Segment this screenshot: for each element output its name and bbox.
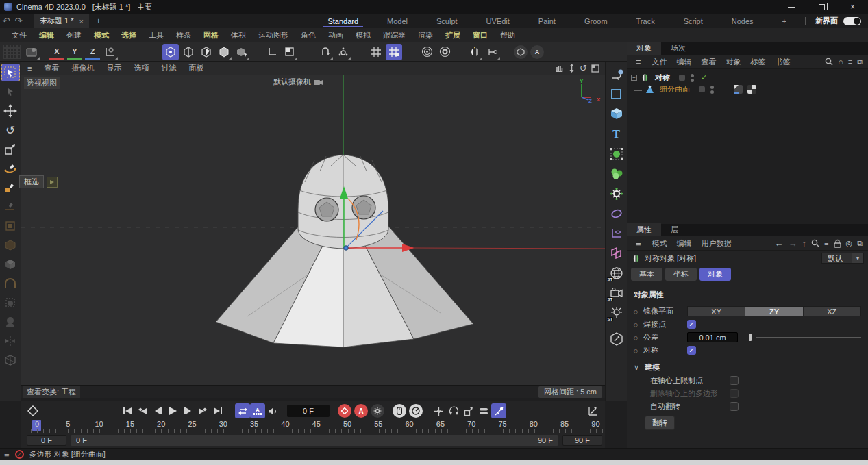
home-icon[interactable]: ⌂ [838,57,843,66]
tweak-tool-disabled-icon[interactable] [1,217,20,235]
rotate-view-icon[interactable]: ↺ [580,63,587,73]
snap-grid-icon[interactable] [368,44,384,60]
anim-dot-icon[interactable]: ◇ [632,321,639,328]
edit-spline-tool[interactable] [1,179,20,197]
next-key-button[interactable] [195,403,210,418]
workplane-axis-icon[interactable] [264,44,280,60]
environment-globe-icon[interactable]: ST [607,264,626,282]
subdivision-generator-icon[interactable] [607,144,626,163]
volume-cube-icon[interactable] [1,351,20,369]
om-menu-3[interactable]: 对象 [721,57,746,67]
deformer-icon[interactable] [607,204,626,223]
camera-object-icon[interactable]: ST [607,284,626,302]
model-mode-button[interactable] [216,44,232,60]
key-rotation-button[interactable] [446,403,461,418]
add-document-tab-button[interactable]: + [89,16,108,26]
current-frame-field[interactable]: 0 F [287,405,330,417]
texture-tag-icon[interactable] [747,85,756,94]
menubar-item-11[interactable]: 动画 [322,30,349,40]
autokey-button[interactable]: A [354,404,368,418]
spline-primitive-icon[interactable] [607,85,626,103]
cloner-mograph-icon[interactable] [607,164,626,183]
collapse-caret-icon[interactable]: ∨ [632,363,641,372]
field-axis-icon[interactable] [607,224,626,242]
menubar-item-15[interactable]: 扩展 [439,30,467,40]
slider-knob[interactable] [749,334,752,341]
restrict-points-checkbox[interactable] [730,376,739,385]
layout-tab-script[interactable]: Script [669,14,717,28]
quantize-lock-icon[interactable] [386,44,402,60]
object-name[interactable]: 细分曲面 [658,84,692,95]
minimize-button[interactable] [776,0,806,14]
menubar-item-10[interactable]: 角色 [295,30,322,40]
enable-check-icon[interactable]: ✓ [701,73,707,82]
visibility-dots[interactable] [691,74,694,82]
layout-tab-standard[interactable]: Standard [313,14,373,28]
viewport-canvas[interactable]: 透视视图 默认摄像机 Y X Z [21,75,605,385]
autokey-range-button[interactable]: A [250,403,265,418]
menubar-item-16[interactable]: 窗口 [467,30,494,40]
add-layout-button[interactable]: + [768,14,801,28]
anim-dot-icon[interactable]: ◇ [632,308,639,315]
motext-icon[interactable]: T [607,125,626,143]
anim-dot-icon[interactable]: ◇ [632,347,639,354]
pan-hand-icon[interactable] [555,64,564,73]
history-forward-icon[interactable]: → [789,238,797,249]
menubar-item-7[interactable]: 网格 [197,30,225,40]
phong-tag-icon[interactable] [734,85,743,94]
menubar-item-9[interactable]: 运动图形 [252,30,295,40]
tolerance-input[interactable]: 0.01 cm [687,332,738,342]
redo-icon[interactable]: ↷ [12,16,25,26]
keyframe-selection-button[interactable] [491,403,506,418]
filter-icon[interactable]: ≡ [848,58,852,66]
viewport-menu-2[interactable]: 显示 [100,63,127,73]
am-menu-0[interactable]: 模式 [647,238,672,249]
spline-pen-icon[interactable] [607,65,626,84]
tree-row-subdivision[interactable]: 细分曲面 [627,84,868,95]
light-object-icon[interactable]: ST [607,303,626,322]
key-parameter-button[interactable] [476,403,491,418]
range-slider[interactable]: 0 F 90 F [71,435,558,446]
layout-tab-track[interactable]: Track [622,14,669,28]
om-menu-0[interactable]: 文件 [647,57,672,67]
goto-end-button[interactable] [210,403,225,418]
new-interface-label[interactable]: 新界面 [815,16,838,26]
tree-row-symmetry[interactable]: − 对称 ✓ [627,72,868,84]
move-tool[interactable] [1,102,20,120]
mirror-option-XY[interactable]: XY [688,307,745,316]
texture-mode-button[interactable] [234,44,250,60]
viewport-menu-5[interactable]: 面板 [182,63,210,73]
key-position-button[interactable] [431,403,446,418]
play-button[interactable] [165,403,180,418]
material-edit-icon[interactable] [607,329,626,348]
simulation-gear-icon[interactable] [607,184,626,203]
layout-tab-groom[interactable]: Groom [570,14,622,28]
next-frame-button[interactable] [180,403,195,418]
popout-icon[interactable]: ⧉ [857,239,863,248]
menubar-item-6[interactable]: 样条 [170,30,197,40]
om-menu-4[interactable]: 标签 [746,57,771,67]
undo-icon[interactable]: ↶ [0,16,12,26]
previous-frame-button[interactable] [150,403,165,418]
menubar-item-5[interactable]: 工具 [142,30,170,40]
om-menu-2[interactable]: 查看 [697,57,721,67]
zoom-icon[interactable] [568,64,575,73]
search-icon[interactable] [811,239,819,247]
subtab-2[interactable]: 对象 [699,268,731,281]
menubar-item-8[interactable]: 体积 [225,30,252,40]
fields-icon[interactable] [607,244,626,262]
document-tab[interactable]: 未标题 1 * × [34,14,89,28]
workplane-icon[interactable] [282,44,298,60]
collapse-icon[interactable]: − [631,75,637,81]
popout-icon[interactable]: ⧉ [857,58,863,66]
om-hamburger-icon[interactable]: ≡ [631,57,646,67]
symmetry-tool-icon[interactable] [467,44,483,60]
om-menu-1[interactable]: 编辑 [672,57,697,67]
viewport-menu-4[interactable]: 过滤 [155,63,182,73]
interface-toggle[interactable] [843,17,861,25]
tab-attributes[interactable]: 属性 [627,223,661,236]
am-menu-2[interactable]: 用户数据 [697,238,736,249]
mirror-tool-icon[interactable] [1,332,20,350]
viewport-hamburger-icon[interactable]: ≡ [21,64,38,73]
character-head-icon[interactable] [1,313,20,331]
